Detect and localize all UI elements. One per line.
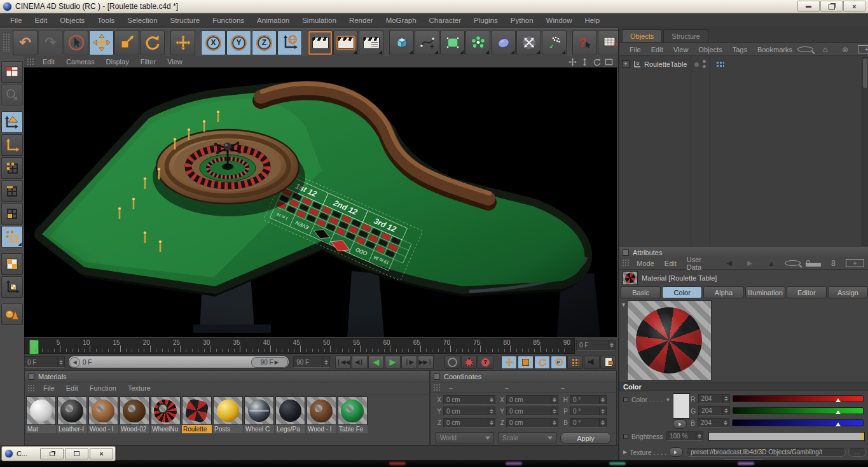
- object-axis-mode-button[interactable]: [1, 134, 23, 156]
- tab-structure[interactable]: Structure: [663, 29, 708, 42]
- expand-toggle[interactable]: +: [622, 60, 630, 68]
- viewport-menu-grip[interactable]: [27, 58, 34, 66]
- preview-range-slider[interactable]: ◀ 0 F 90 F▶: [68, 356, 289, 368]
- om-menu-file[interactable]: File: [624, 46, 646, 53]
- r-slider[interactable]: [733, 395, 864, 402]
- material-item[interactable]: Wheel C: [244, 396, 274, 433]
- object-row-roulettetable[interactable]: + 0 RouletteTable: [622, 60, 687, 69]
- om-menu-edit[interactable]: Edit: [646, 46, 668, 53]
- rot-p-field[interactable]: 0 °: [570, 407, 607, 416]
- menu-window[interactable]: Window: [540, 17, 579, 24]
- menu-python[interactable]: Python: [504, 17, 540, 24]
- menu-mograph[interactable]: MoGraph: [380, 17, 423, 24]
- om-search-icon[interactable]: [797, 46, 813, 52]
- attr-menu-edit[interactable]: Edit: [659, 260, 682, 267]
- polygon-mode-button[interactable]: [1, 203, 23, 225]
- menu-structure[interactable]: Structure: [164, 17, 207, 24]
- goto-start-button[interactable]: ❘◀◀: [335, 356, 351, 369]
- preview-collapse-arrow[interactable]: ▼: [621, 302, 626, 308]
- menu-animation[interactable]: Animation: [251, 17, 296, 24]
- materials-menu-file[interactable]: File: [38, 384, 60, 392]
- add-subdivision-surface-button[interactable]: [440, 31, 465, 55]
- texture-axis-mode-button[interactable]: [1, 276, 23, 298]
- current-frame-field[interactable]: 0 F: [24, 356, 65, 368]
- pos-x-field[interactable]: 0 cm: [443, 395, 495, 405]
- key-rotation-toggle[interactable]: [534, 356, 550, 369]
- child-maximize-button[interactable]: [65, 448, 88, 459]
- range-end-handle[interactable]: 90 F▶: [251, 357, 288, 368]
- menu-simulation[interactable]: Simulation: [296, 17, 343, 24]
- viewport-menu-filter[interactable]: Filter: [135, 58, 162, 66]
- child-window-bar[interactable]: C... ×: [1, 446, 116, 461]
- add-cube-button[interactable]: [389, 31, 414, 55]
- coordinates-grip[interactable]: [433, 384, 441, 391]
- toolbar-grip[interactable]: [3, 33, 10, 53]
- color-anim-toggle[interactable]: [623, 397, 628, 402]
- texture-mode-button[interactable]: [1, 253, 23, 275]
- menu-help[interactable]: Help: [579, 17, 607, 24]
- help-button[interactable]: ?: [572, 31, 597, 55]
- attr-search-icon[interactable]: [785, 260, 801, 266]
- menu-render[interactable]: Render: [343, 17, 380, 24]
- attr-link-icon[interactable]: 8: [826, 259, 841, 268]
- visibility-toggles[interactable]: [703, 60, 706, 68]
- attr-add-panel-icon[interactable]: +: [846, 259, 864, 267]
- attr-menu-userdata[interactable]: User Data: [682, 256, 722, 271]
- texture-path-field[interactable]: preset://broadcast.lib4d/3D Objects/Gamb…: [685, 448, 846, 457]
- material-item[interactable]: Posts: [213, 396, 243, 433]
- snap-objects-button[interactable]: [1, 303, 23, 325]
- end-frame-field[interactable]: 90 F: [293, 356, 330, 368]
- b-value-field[interactable]: 204: [698, 418, 729, 428]
- color-expand-arrow[interactable]: ▼: [665, 397, 670, 403]
- material-item[interactable]: Wood - I: [307, 396, 336, 433]
- materials-menu-grip[interactable]: [27, 384, 35, 393]
- material-item[interactable]: Wood - I: [88, 396, 118, 433]
- range-start-handle[interactable]: ◀: [69, 357, 80, 368]
- goto-end-button[interactable]: ▶▶❘: [418, 356, 434, 369]
- material-item[interactable]: Table Fe: [338, 396, 368, 433]
- attr-forward-icon[interactable]: ▶: [742, 259, 757, 267]
- menu-tools[interactable]: Tools: [91, 17, 121, 24]
- view-toggle-icon[interactable]: [605, 58, 613, 66]
- model-mode-button[interactable]: [1, 111, 23, 133]
- size-y-field[interactable]: 0 cm: [506, 407, 558, 416]
- live-selection-button[interactable]: [64, 31, 88, 55]
- restore-button[interactable]: [820, 1, 843, 12]
- render-settings-button[interactable]: [359, 31, 383, 55]
- lock-z-axis-button[interactable]: Z: [252, 31, 277, 55]
- child-restore-button[interactable]: [40, 448, 64, 459]
- sound-toggle[interactable]: [584, 356, 600, 369]
- om-home-icon[interactable]: ⌂: [818, 45, 833, 54]
- tab-assign[interactable]: Assign: [828, 286, 868, 298]
- material-item[interactable]: Legs/Pa: [275, 396, 305, 433]
- add-spline-button[interactable]: [415, 31, 439, 55]
- b-slider[interactable]: [732, 419, 864, 426]
- add-deformer-button[interactable]: [491, 31, 516, 55]
- auto-switch-mode-button[interactable]: [1, 226, 23, 247]
- world-grid-button[interactable]: [1, 84, 23, 106]
- transform-mode-dropdown[interactable]: Scale: [498, 432, 556, 443]
- points-mode-button[interactable]: [1, 157, 23, 179]
- rot-b-field[interactable]: 0 °: [570, 418, 607, 428]
- render-picture-viewer-button[interactable]: [333, 31, 358, 55]
- selection-tag-icon[interactable]: [716, 61, 724, 68]
- menu-objects[interactable]: Objects: [53, 17, 91, 24]
- om-menu-tags[interactable]: Tags: [727, 46, 752, 53]
- tab-color[interactable]: Color: [662, 286, 702, 298]
- coordinate-space-dropdown[interactable]: World: [436, 432, 494, 443]
- lock-x-axis-button[interactable]: X: [201, 31, 226, 55]
- previous-frame-button[interactable]: ◀❘: [352, 356, 368, 369]
- material-item[interactable]: Leather-I: [57, 396, 87, 433]
- tab-illumination[interactable]: Illumination: [745, 286, 785, 298]
- materials-menu-texture[interactable]: Texture: [122, 384, 156, 392]
- viewport-menu-edit[interactable]: Edit: [37, 58, 60, 66]
- menu-character[interactable]: Character: [423, 17, 468, 24]
- layer-dot[interactable]: [694, 62, 699, 67]
- record-keyframe-button[interactable]: [444, 356, 460, 369]
- add-array-button[interactable]: [465, 31, 490, 55]
- r-value-field[interactable]: 204: [698, 394, 730, 403]
- last-tool-move-button[interactable]: [170, 31, 195, 55]
- play-forwards-button[interactable]: ▶: [385, 356, 401, 369]
- menu-plugins[interactable]: Plugins: [467, 17, 504, 24]
- close-button[interactable]: ×: [843, 1, 865, 12]
